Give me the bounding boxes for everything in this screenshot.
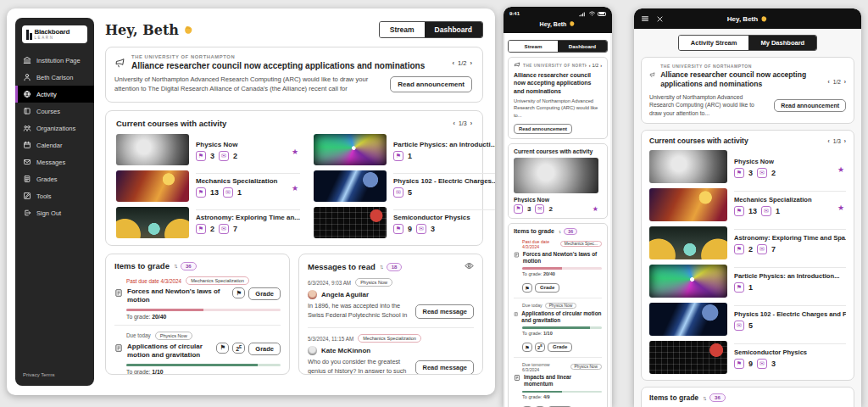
items-to-grade-title: Items to grade <box>649 393 698 402</box>
read-message-button[interactable]: Read message <box>415 360 474 375</box>
sidebar-item-activity[interactable]: Activity <box>15 86 94 103</box>
grade-button[interactable]: Grade <box>548 343 572 352</box>
courses-carousel[interactable]: Physics Now ⚑3 ✉2 ★ Mechanics Specializa… <box>514 158 602 214</box>
sort-icon[interactable]: ↑↓ <box>559 229 560 234</box>
status-time: 9:41 <box>509 11 520 16</box>
hamburger-menu-icon[interactable] <box>641 14 649 23</box>
items-to-grade-title: Items to grade <box>514 228 554 234</box>
exponent-button[interactable]: 2E <box>232 343 245 354</box>
posts-button[interactable]: ⚑ <box>522 343 532 352</box>
star-icon[interactable]: ★ <box>837 204 844 212</box>
sidebar-item-messages[interactable]: Messages <box>15 153 94 170</box>
chevron-left-icon[interactable]: ‹ <box>828 79 830 85</box>
course-item[interactable]: Physics Now ⚑3 ✉2 ★ <box>649 150 846 183</box>
grade-button[interactable]: Grade <box>535 283 559 293</box>
read-announcement-button[interactable]: Read announcement <box>514 124 572 134</box>
messages-icon: ✉ <box>757 244 767 254</box>
message-item: 5/3/2024, 11:15 AM Mechanics Specializat… <box>308 328 474 375</box>
course-item[interactable]: Physics 102 - Electric Charges... ✉5 <box>314 170 495 202</box>
sidebar-item-label: Sign Out <box>36 209 61 217</box>
tab-dashboard[interactable]: Dashboard <box>425 22 482 37</box>
course-item[interactable]: Semiconductor Physics ⚑9 ✉3 <box>649 341 846 374</box>
course-item[interactable]: Astronomy: Exploring Time and Spa... ⚑2 … <box>649 226 846 259</box>
posts-button[interactable]: ⚑ <box>216 343 229 354</box>
privacy-terms-link[interactable]: Privacy Terms <box>23 372 55 377</box>
read-message-button[interactable]: Read message <box>415 304 474 319</box>
course-name: Physics Now <box>514 197 598 203</box>
grade-button[interactable]: Grade <box>248 287 281 300</box>
courses-card: Current courses with activity ‹ 1/3 › Ph… <box>105 110 483 246</box>
grade-button[interactable]: Grade <box>248 343 281 355</box>
course-item[interactable]: Mechanics Specialization ⚑13 ✉1 ★ <box>649 188 846 221</box>
chevron-left-icon[interactable]: ‹ <box>589 63 591 68</box>
messages-icon: ✉ <box>223 187 233 198</box>
course-thumbnail <box>649 303 727 336</box>
greeting-text: Hey, Beth <box>727 15 758 23</box>
grade-item: Due tomorrow 6/3/2024 Physics Now Impact… <box>514 358 602 407</box>
grade-item: Due today Physics Now Applications of ci… <box>114 326 281 375</box>
star-icon[interactable]: ★ <box>292 148 298 156</box>
course-item[interactable]: Astronomy: Exploring Time an... ⚑2 ✉7 <box>116 207 300 238</box>
chevron-left-icon[interactable]: ‹ <box>828 138 830 144</box>
page-indicator: 1/3 <box>459 120 467 126</box>
messages-count: 3 <box>771 360 776 368</box>
eye-icon[interactable] <box>465 261 474 272</box>
tab-my-dashboard[interactable]: My Dashboard <box>748 36 816 50</box>
messages-count: 5 <box>748 321 753 330</box>
logo-subtitle: LEARN <box>35 36 70 40</box>
posts-button[interactable]: ⚑ <box>232 287 245 298</box>
sidebar-item-courses[interactable]: Courses <box>15 103 94 120</box>
grade-item-title: Applications of circular motion and grav… <box>521 310 602 325</box>
tab-stream[interactable]: Stream <box>380 22 425 37</box>
grades-due-icon: ⚑ <box>734 168 744 178</box>
chevron-right-icon[interactable]: › <box>844 79 846 85</box>
read-announcement-button[interactable]: Read announcement <box>390 76 472 92</box>
tab-dashboard[interactable]: Dashboard <box>558 41 607 52</box>
sidebar-item-calendar[interactable]: Calendar <box>15 137 94 153</box>
tab-stream[interactable]: Stream <box>509 41 558 52</box>
course-item[interactable]: Mechanics Specialization ⚑13 ✉1 ★ <box>116 170 300 202</box>
sort-icon[interactable]: ↑↓ <box>174 263 176 269</box>
tablet-header: Hey, Beth <box>634 8 861 29</box>
sidebar-item-label: Calendar <box>36 142 62 149</box>
sidebar-item-grades[interactable]: Grades <box>15 170 94 187</box>
close-icon[interactable] <box>656 15 664 23</box>
courses-title: Current courses with activity <box>514 148 602 154</box>
sidebar-item-institution-page[interactable]: Institution Page <box>15 52 94 69</box>
grades-due-icon: ⚑ <box>196 187 206 198</box>
sort-icon[interactable]: ↑↓ <box>703 395 705 401</box>
grades-count: 1 <box>408 152 412 160</box>
chevron-left-icon[interactable]: ‹ <box>453 120 455 126</box>
star-icon[interactable]: ★ <box>837 165 844 174</box>
tab-activity-stream[interactable]: Activity Stream <box>679 36 749 50</box>
course-item[interactable]: Semiconductor Physics ⚑9 ✉3 <box>314 207 495 238</box>
announcement-school: THE UNIVERSITY OF NORTHA... <box>523 64 587 68</box>
sidebar-item-organizations[interactable]: Organizations <box>15 120 94 137</box>
courses-pagination: ‹ 1/3 › <box>453 120 472 126</box>
course-item[interactable]: Particle Physics: an Introducti... ⚑1 <box>314 134 495 165</box>
chevron-left-icon[interactable]: ‹ <box>453 59 455 67</box>
chevron-right-icon[interactable]: › <box>470 59 473 67</box>
posts-button[interactable]: ⚑ <box>522 283 532 293</box>
signal-icon <box>578 10 586 17</box>
course-thumbnail <box>649 226 727 259</box>
page-indicator: 1/2 <box>593 63 599 68</box>
exponent-button[interactable]: 2E <box>535 343 545 352</box>
sidebar-item-sign-out[interactable]: Sign Out <box>15 204 94 221</box>
assignment-icon <box>514 251 520 259</box>
sort-icon[interactable]: ↑↓ <box>380 264 382 270</box>
star-icon[interactable]: ★ <box>292 184 298 192</box>
course-item[interactable]: Particle Physics: an Introduction... ⚑1 <box>649 265 846 298</box>
to-grade-value: 20/40 <box>543 271 555 276</box>
course-item[interactable]: Physics 102 - Electric Charges and Fi...… <box>649 303 846 336</box>
course-item[interactable]: Physics Now ⚑3 ✉2 ★ <box>116 134 300 165</box>
sidebar-item-tools[interactable]: Tools <box>15 187 94 204</box>
chevron-right-icon[interactable]: › <box>844 138 846 144</box>
chevron-right-icon[interactable]: › <box>470 120 472 126</box>
course-item[interactable]: Physics Now ⚑3 ✉2 ★ <box>514 158 598 214</box>
chevron-right-icon[interactable]: › <box>600 63 602 68</box>
star-icon[interactable]: ★ <box>593 205 598 213</box>
read-announcement-button[interactable]: Read announcement <box>774 99 846 112</box>
messages-count: 1 <box>776 207 780 215</box>
sidebar-item-profile[interactable]: Beth Carlson <box>15 69 94 86</box>
